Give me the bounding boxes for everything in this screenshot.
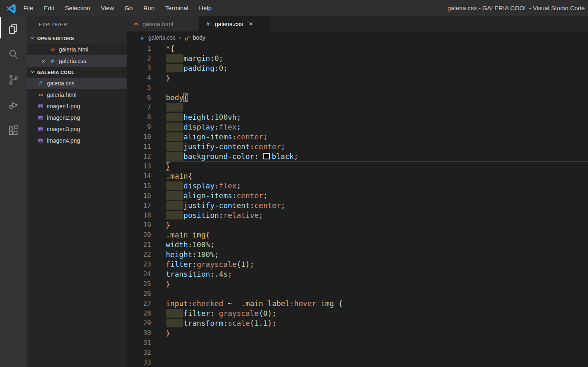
window-title: galeria.css - GALERIA COOL - Visual Stud… bbox=[448, 0, 585, 16]
code-line-11[interactable]: 11 justify-content:center; bbox=[127, 142, 588, 152]
title-bar: FileEditSelectionViewGoRunTerminalHelp g… bbox=[0, 0, 588, 16]
code-line-text: .main{ bbox=[166, 171, 588, 181]
code-line-15[interactable]: 15 display:flex; bbox=[127, 181, 588, 191]
code-line-19[interactable]: 19} bbox=[127, 220, 588, 230]
file-name-label: imagen4.png bbox=[47, 137, 80, 144]
code-editor[interactable]: 1*{2 margin:0;3 padding:0;4}56body{7 8 h… bbox=[127, 44, 588, 367]
code-line-28[interactable]: 28 filter: grayscale(0); bbox=[127, 309, 588, 318]
file-row-imagen1.png[interactable]: imagen1.png bbox=[27, 101, 127, 112]
code-line-12[interactable]: 12 background-color: black; bbox=[127, 152, 588, 161]
run-and-debug-icon[interactable] bbox=[0, 92, 27, 118]
code-line-text bbox=[166, 103, 588, 112]
line-number: 29 bbox=[127, 318, 166, 328]
code-line-text: } bbox=[166, 220, 588, 230]
code-line-text: transition:.4s; bbox=[166, 269, 588, 279]
menu-file[interactable]: File bbox=[18, 0, 38, 16]
line-number: 21 bbox=[127, 240, 166, 250]
menu-help[interactable]: Help bbox=[194, 0, 217, 16]
code-line-20[interactable]: 20.main img{ bbox=[127, 230, 588, 240]
image-file-icon bbox=[37, 126, 44, 132]
tab-galeria-css[interactable]: # galeria.css × bbox=[199, 16, 271, 31]
close-icon[interactable]: × bbox=[40, 58, 47, 64]
extensions-icon[interactable] bbox=[0, 118, 27, 143]
code-line-25[interactable]: 25} bbox=[127, 279, 588, 289]
menu-terminal[interactable]: Terminal bbox=[160, 0, 194, 16]
explorer-sidebar: EXPLORER OPEN EDITORS <>galeria.html×#ga… bbox=[27, 16, 127, 367]
line-number: 17 bbox=[127, 201, 166, 210]
code-line-text bbox=[166, 83, 588, 93]
menu-view[interactable]: View bbox=[96, 0, 119, 16]
open-editors-section-header[interactable]: OPEN EDITORS bbox=[27, 33, 127, 44]
html-file-icon: <> bbox=[37, 92, 44, 97]
file-row-galeria.html[interactable]: <>galeria.html bbox=[27, 89, 127, 101]
file-row-imagen4.png[interactable]: imagen4.png bbox=[27, 135, 127, 146]
code-line-22[interactable]: 22height:100%; bbox=[127, 250, 588, 260]
breadcrumb-file[interactable]: galeria.css bbox=[148, 34, 176, 41]
menu-edit[interactable]: Edit bbox=[38, 0, 60, 16]
file-name-label: galeria.html bbox=[47, 92, 76, 98]
line-number: 6 bbox=[127, 93, 166, 103]
image-file-icon bbox=[37, 115, 44, 121]
code-line-7[interactable]: 7 bbox=[127, 103, 588, 112]
close-icon[interactable]: × bbox=[249, 20, 253, 27]
code-line-23[interactable]: 23filter:grayscale(1); bbox=[127, 260, 588, 269]
line-number: 8 bbox=[127, 112, 166, 122]
line-number: 13 bbox=[127, 161, 166, 171]
code-line-9[interactable]: 9 display:flex; bbox=[127, 122, 588, 132]
code-line-text: display:flex; bbox=[166, 122, 588, 132]
file-row-galeria.css[interactable]: ×#galeria.css bbox=[27, 55, 127, 67]
code-line-1[interactable]: 1*{ bbox=[127, 44, 588, 54]
code-line-text: } bbox=[166, 73, 588, 83]
menu-run[interactable]: Run bbox=[138, 0, 160, 16]
code-line-8[interactable]: 8 height:100vh; bbox=[127, 112, 588, 122]
code-line-text: display:flex; bbox=[166, 181, 588, 191]
code-line-6[interactable]: 6body{ bbox=[127, 93, 588, 103]
code-line-31[interactable]: 31 bbox=[127, 338, 588, 348]
tab-label: galeria.html bbox=[143, 21, 173, 27]
html-file-icon: <> bbox=[132, 22, 139, 27]
code-line-27[interactable]: 27input:checked ~ .main label:hover img … bbox=[127, 299, 588, 309]
tab-galeria-html[interactable]: <> galeria.html bbox=[127, 16, 199, 31]
code-line-18[interactable]: 18 position:relative; bbox=[127, 210, 588, 220]
editor-area: <> galeria.html # galeria.css × # galeri… bbox=[127, 16, 588, 367]
code-line-29[interactable]: 29 transform:scale(1.1); bbox=[127, 318, 588, 328]
code-line-3[interactable]: 3 padding:0; bbox=[127, 63, 588, 73]
source-control-icon[interactable] bbox=[0, 67, 27, 92]
code-line-10[interactable]: 10 align-items:center; bbox=[127, 132, 588, 142]
code-line-text: height:100vh; bbox=[166, 112, 588, 122]
css-file-icon: # bbox=[139, 34, 146, 41]
code-line-21[interactable]: 21width:100%; bbox=[127, 240, 588, 250]
code-line-text: } bbox=[166, 328, 588, 338]
code-line-4[interactable]: 4} bbox=[127, 73, 588, 83]
code-line-24[interactable]: 24transition:.4s; bbox=[127, 269, 588, 279]
menu-selection[interactable]: Selection bbox=[60, 0, 96, 16]
file-name-label: galeria.html bbox=[59, 46, 88, 53]
code-line-26[interactable]: 26 bbox=[127, 289, 588, 299]
code-line-33[interactable]: 33 bbox=[127, 358, 588, 367]
file-row-imagen3.png[interactable]: imagen3.png bbox=[27, 123, 127, 135]
file-row-imagen2.png[interactable]: imagen2.png bbox=[27, 112, 127, 123]
code-line-17[interactable]: 17 justify-content:center; bbox=[127, 201, 588, 210]
code-line-text: justify-content:center; bbox=[166, 201, 588, 210]
folder-section-header[interactable]: GALERIA COOL bbox=[27, 67, 127, 78]
code-line-text: background-color: black; bbox=[166, 152, 588, 161]
file-row-galeria.html[interactable]: <>galeria.html bbox=[27, 44, 127, 55]
code-line-text: input:checked ~ .main label:hover img { bbox=[166, 299, 588, 309]
file-name-label: imagen2.png bbox=[47, 114, 80, 121]
search-icon[interactable] bbox=[0, 42, 27, 67]
code-line-30[interactable]: 30} bbox=[127, 328, 588, 338]
explorer-icon[interactable] bbox=[0, 16, 27, 42]
breadcrumb-symbol[interactable]: body bbox=[193, 34, 205, 41]
color-swatch-black[interactable] bbox=[263, 153, 270, 159]
line-number: 4 bbox=[127, 73, 166, 83]
file-row-galeria.css[interactable]: #galeria.css bbox=[27, 78, 127, 89]
code-line-14[interactable]: 14.main{ bbox=[127, 171, 588, 181]
code-line-32[interactable]: 32 bbox=[127, 348, 588, 358]
code-line-5[interactable]: 5 bbox=[127, 83, 588, 93]
code-line-16[interactable]: 16 align-items:center; bbox=[127, 191, 588, 201]
menu-go[interactable]: Go bbox=[119, 0, 138, 16]
code-line-2[interactable]: 2 margin:0; bbox=[127, 54, 588, 63]
code-line-13[interactable]: 13} bbox=[127, 161, 588, 171]
open-editors-label: OPEN EDITORS bbox=[37, 36, 74, 41]
vscode-logo-icon bbox=[6, 3, 16, 15]
